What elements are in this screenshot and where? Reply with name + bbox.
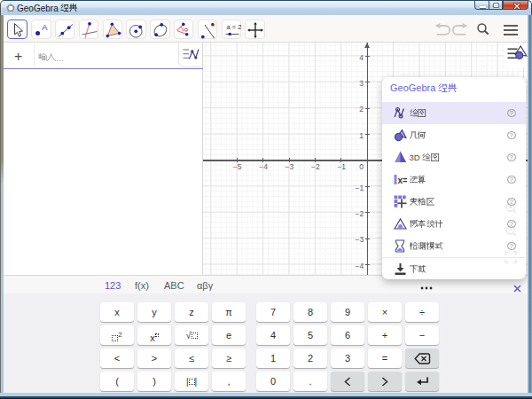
svg-text:x=: x= <box>398 176 408 185</box>
svg-text:a = 2: a = 2 <box>226 22 241 30</box>
svg-text:A: A <box>42 22 48 32</box>
